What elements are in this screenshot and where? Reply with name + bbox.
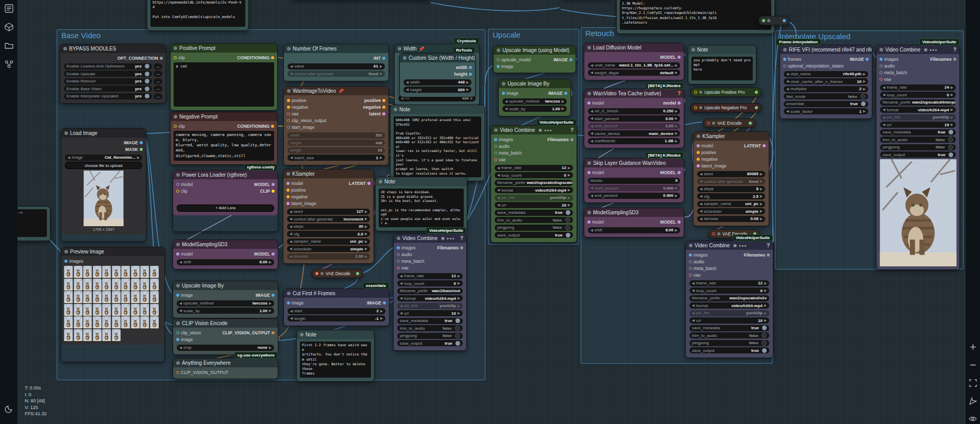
thumbnail[interactable] xyxy=(112,279,121,291)
output-slot-MODEL[interactable]: MODEL xyxy=(252,181,277,188)
input-slot-audio[interactable]: audio xyxy=(395,251,426,258)
increment-arrow-icon[interactable]: ▶ xyxy=(380,72,382,76)
input-dot[interactable] xyxy=(287,112,290,115)
decrement-arrow-icon[interactable]: ◀ xyxy=(590,116,593,121)
node-header[interactable]: Note xyxy=(297,330,374,339)
widget-filename_prefix[interactable]: filename_prefixwan2/upscaled/upscaled xyxy=(495,180,573,186)
decrement-arrow-icon[interactable]: ◀ xyxy=(290,309,293,313)
thumbnail[interactable] xyxy=(102,279,111,291)
decrement-arrow-icon[interactable]: ◀ xyxy=(290,247,292,251)
decrement-arrow-icon[interactable]: ◀ xyxy=(179,309,182,313)
input-slot-vae[interactable]: vae xyxy=(687,272,718,278)
widget-loop_count[interactable]: ◀loop_count0▶ xyxy=(689,287,769,294)
input-dot[interactable] xyxy=(587,221,590,224)
collapse-dot[interactable] xyxy=(587,211,591,214)
output-slot-CONDITIONING[interactable]: CONDITIONING xyxy=(235,123,276,129)
output-slot-positive[interactable]: positive xyxy=(361,97,388,104)
input-dot[interactable] xyxy=(494,151,497,155)
increment-arrow-icon[interactable]: ▶ xyxy=(951,115,953,120)
collapsed-output-dot[interactable] xyxy=(755,106,758,109)
node-header[interactable]: Video Combine▦ ●●●? xyxy=(394,234,466,243)
toggle-knob[interactable] xyxy=(145,87,149,91)
widget-height[interactable]: ◀height600▶ xyxy=(403,87,471,93)
arrow-right-icon[interactable]: → xyxy=(154,93,162,99)
input-dot[interactable] xyxy=(286,182,290,185)
node-header[interactable]: Negative Prompt xyxy=(171,112,277,121)
increment-arrow-icon[interactable]: ▶ xyxy=(760,217,763,221)
increment-arrow-icon[interactable]: ▶ xyxy=(675,71,678,75)
widget-height[interactable]: height448 xyxy=(288,140,385,146)
node-header[interactable]: RIFE VFI (recommend rife47 and rife49) xyxy=(780,45,872,54)
increment-arrow-icon[interactable]: ▶ xyxy=(760,202,763,206)
preview-image[interactable]: Preview Imageimages xyxy=(61,247,165,362)
output-dot[interactable] xyxy=(382,106,385,109)
output-slot-negative[interactable]: negative xyxy=(361,104,388,110)
output-slot-CLIP[interactable]: CLIP xyxy=(252,188,277,194)
note-text[interactable]: 1.3B Model: https://huggingface.co/Comfy… xyxy=(620,0,771,30)
arrow-right-icon[interactable]: → xyxy=(154,78,162,84)
input-slot-clip[interactable]: clip xyxy=(172,123,187,129)
power-lora-loader[interactable]: rgthree-comfyPower Lora Loader (rgthree)… xyxy=(173,170,278,232)
input-dot[interactable] xyxy=(689,253,692,257)
increment-arrow-icon[interactable]: ▶ xyxy=(466,80,469,84)
widget-denoise[interactable]: ◀denoise0.08▶ xyxy=(697,216,765,222)
input-slot-frames[interactable]: frames xyxy=(781,56,846,62)
collapse-dot[interactable] xyxy=(587,46,591,49)
widget-pix_fmt[interactable]: ◀pix_fmtyuv420p▶ xyxy=(689,310,769,316)
decrement-arrow-icon[interactable]: ◀ xyxy=(400,296,402,300)
increment-arrow-icon[interactable]: ▶ xyxy=(562,99,564,104)
widget-scale_by[interactable]: ◀scale_by1.00▶ xyxy=(177,308,274,314)
decrement-arrow-icon[interactable]: ◀ xyxy=(700,172,702,176)
input-dot[interactable] xyxy=(783,58,786,61)
decrement-arrow-icon[interactable]: ◀ xyxy=(700,209,702,213)
node-header[interactable]: Note xyxy=(391,105,484,114)
input-dot[interactable] xyxy=(494,145,497,148)
widget-image[interactable]: ◀imageCat_Novembe...▶ xyxy=(65,155,142,161)
thumbnail[interactable] xyxy=(83,266,92,278)
node-header[interactable]: KSampler xyxy=(694,132,769,141)
input-slot-negative[interactable]: negative xyxy=(695,156,729,162)
collapse-dot[interactable] xyxy=(320,272,324,275)
widget-upscale_method[interactable]: ◀upscale_methodlanczos▶ xyxy=(502,98,567,105)
decrement-arrow-icon[interactable]: ◀ xyxy=(290,255,292,259)
decrement-arrow-icon[interactable]: ◀ xyxy=(590,194,593,198)
widget-save_metadata[interactable]: save_metadatatrue xyxy=(880,129,956,135)
input-dot[interactable] xyxy=(176,371,179,374)
thumbnail[interactable] xyxy=(131,266,140,278)
input-slot-clip_vision[interactable]: clip_vision xyxy=(174,330,203,336)
collapse-dot[interactable] xyxy=(712,122,715,125)
input-dot[interactable] xyxy=(176,331,179,334)
thumbnail[interactable] xyxy=(93,291,102,303)
node-header[interactable]: Preview Image xyxy=(61,247,164,256)
arrow-right-icon[interactable]: → xyxy=(154,63,162,70)
decrement-arrow-icon[interactable]: ◀ xyxy=(883,123,885,127)
input-slot-meta_batch[interactable]: meta_batch xyxy=(687,265,718,272)
toggle-knob[interactable] xyxy=(566,210,570,215)
node-header[interactable]: Upscale Image By xyxy=(499,79,570,88)
increment-arrow-icon[interactable]: ▶ xyxy=(365,232,367,236)
note-resolutions[interactable]: Note600x448 (DR2 prefered around this on… xyxy=(390,105,485,181)
widget-value[interactable]: ◀value61▶ xyxy=(288,63,385,70)
widget-sampler_name[interactable]: ◀sampler_nameuni_pc▶ xyxy=(287,239,370,245)
decrement-arrow-icon[interactable]: ◀ xyxy=(692,303,695,308)
thumbnail[interactable] xyxy=(83,279,92,291)
thumbnail[interactable] xyxy=(64,266,73,278)
output-slot-width[interactable]: width xyxy=(452,64,475,71)
input-slot-meta_batch[interactable]: meta_batch xyxy=(492,150,523,156)
output-slot-MASK[interactable]: MASK xyxy=(122,146,145,152)
collapse-dot[interactable] xyxy=(403,56,407,60)
output-slot-MODEL[interactable]: MODEL xyxy=(252,251,277,257)
decrement-arrow-icon[interactable]: ◀ xyxy=(590,228,593,232)
upscale-image-using-model[interactable]: Upscale Image (using Model)upscale_model… xyxy=(493,45,576,73)
node-header[interactable]: Power Lora Loader (rgthree) xyxy=(173,171,278,179)
decrement-arrow-icon[interactable]: ◀ xyxy=(692,318,695,323)
input-slot-positive[interactable]: positive xyxy=(284,187,318,193)
collapse-dot[interactable] xyxy=(398,47,401,50)
decrement-arrow-icon[interactable]: ◀ xyxy=(406,88,409,92)
widget-button[interactable]: choose file to upload xyxy=(65,162,142,169)
increment-arrow-icon[interactable]: ▶ xyxy=(675,63,678,67)
widget-enable_loaders_and_optimizers[interactable]: Enable Loaders And Optimizersyes xyxy=(64,63,152,70)
widget-crop[interactable]: ◀cropnone▶ xyxy=(177,345,274,351)
node-header[interactable]: WanImageToVideo📌 xyxy=(284,87,388,95)
thumbnail[interactable] xyxy=(83,291,92,303)
